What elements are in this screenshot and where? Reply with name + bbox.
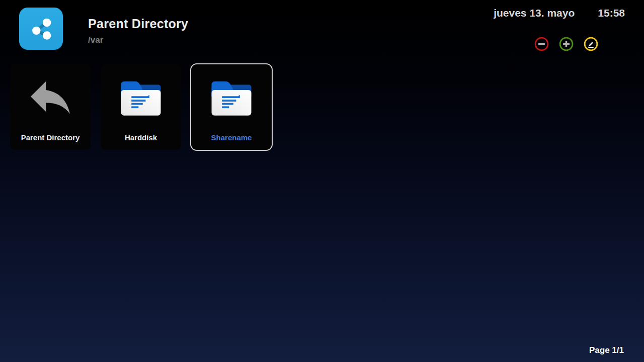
tile-harddisk[interactable]: Harddisk <box>101 64 181 150</box>
edit-button[interactable] <box>584 37 598 51</box>
clock-date: jueves 13. mayo <box>494 7 575 19</box>
plus-icon <box>559 37 574 51</box>
clock-time: 15:58 <box>598 7 625 19</box>
page-title: Parent Directory <box>88 17 188 31</box>
add-button[interactable] <box>559 37 574 51</box>
tile-label: Parent Directory <box>13 133 88 142</box>
page-indicator: Page 1/1 <box>589 345 624 355</box>
header-title-block: Parent Directory /var <box>88 17 188 45</box>
remove-button[interactable] <box>534 37 549 51</box>
app-logo <box>19 8 63 50</box>
tile-parent-directory[interactable]: Parent Directory <box>10 64 91 150</box>
tile-label: Harddisk <box>104 133 178 142</box>
back-arrow-icon <box>10 64 91 124</box>
breadcrumb-path: /var <box>88 35 188 45</box>
minus-icon <box>534 37 549 51</box>
clock: jueves 13. mayo 15:58 <box>494 7 625 19</box>
file-grid: Parent Directory <box>10 64 272 150</box>
folder-icon <box>191 64 272 124</box>
pencil-icon <box>584 37 598 51</box>
tile-label: Sharename <box>194 133 269 142</box>
tile-sharename[interactable]: Sharename <box>190 63 273 151</box>
folder-icon <box>101 64 181 124</box>
share-icon <box>27 14 56 43</box>
screen: Parent Directory /var jueves 13. mayo 15… <box>0 0 644 362</box>
toolbar <box>534 37 598 51</box>
